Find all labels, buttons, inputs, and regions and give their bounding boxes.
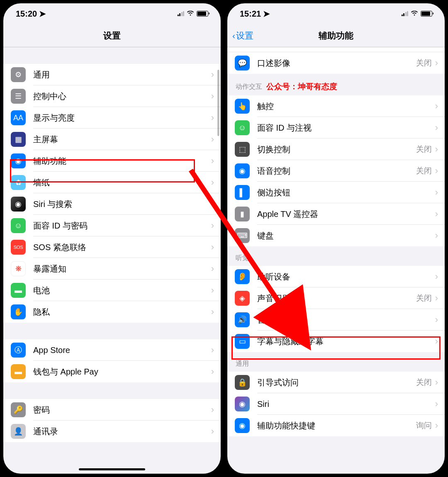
accessibility-list-2: 👂助听设备›◈声音识别关闭›🔊音频/视觉›▭字幕与隐藏式字幕› (227, 266, 445, 352)
passwords-icon: 🔑 (11, 402, 26, 417)
row-shortcut[interactable]: ◉辅助功能快捷键询问› (227, 415, 445, 436)
left-phone-settings: 15:20 ➤ 设置 ⚙通用›☰控制中心›AA显示与亮度›▦主屏幕›◉辅助功能›… (2, 2, 222, 475)
nav-title: 设置 (103, 30, 121, 41)
row-label: 密码 (33, 404, 211, 416)
row-wallpaper[interactable]: ✿墙纸› (3, 172, 221, 193)
apple-tv-icon: ▮ (235, 207, 250, 221)
accessibility-list-1: 👆触控›☺面容 ID 与注视›⬚切换控制关闭›◉语音控制关闭›▌侧边按钮›▮Ap… (227, 95, 445, 246)
row-keyboard[interactable]: ⌨键盘› (227, 225, 445, 246)
appstore-icon: Ⓐ (11, 343, 26, 358)
row-contacts[interactable]: 👤通讯录› (3, 421, 221, 442)
home-indicator[interactable] (79, 468, 145, 470)
subtitles-icon: ▭ (235, 334, 250, 349)
row-faceid[interactable]: ☺面容 ID 与密码› (3, 215, 221, 236)
row-hearing[interactable]: 👂助听设备› (227, 266, 445, 287)
face-attention-icon: ☺ (235, 120, 250, 135)
row-voice-control[interactable]: ◉语音控制关闭› (227, 160, 445, 182)
chevron-right-icon: › (435, 187, 438, 198)
row-subtitles[interactable]: ▭字幕与隐藏式字幕› (227, 331, 445, 352)
chevron-right-icon: › (211, 69, 214, 80)
row-label: Siri 与搜索 (33, 199, 211, 210)
row-home[interactable]: ▦主屏幕› (3, 129, 221, 150)
home-icon: ▦ (11, 132, 26, 147)
row-apple-tv[interactable]: ▮Apple TV 遥控器› (227, 203, 445, 225)
touch-icon: 👆 (235, 99, 250, 114)
back-button[interactable]: ‹ 设置 (232, 30, 253, 41)
row-passwords[interactable]: 🔑密码› (3, 399, 221, 421)
chevron-right-icon: › (435, 144, 438, 155)
chevron-right-icon: › (211, 91, 214, 102)
battery-icon: ▬ (11, 283, 26, 298)
section-header-hearing: 听觉 (227, 246, 445, 266)
row-label: Siri (257, 399, 435, 409)
row-sound-rec[interactable]: ◈声音识别关闭› (227, 287, 445, 309)
hearing-icon: 👂 (235, 269, 250, 284)
chevron-right-icon: › (435, 377, 438, 388)
row-appstore[interactable]: ⒶApp Store› (3, 339, 221, 361)
sos-icon: SOS (11, 240, 26, 255)
row-audio-desc[interactable]: 💬口述影像关闭› (227, 52, 445, 74)
row-label: 面容 ID 与注视 (257, 122, 435, 134)
row-value: 关闭 (416, 144, 432, 155)
row-sos[interactable]: SOSSOS 紧急联络› (3, 236, 221, 258)
row-label: 控制中心 (33, 91, 211, 102)
contacts-icon: 👤 (11, 424, 26, 439)
row-wallet[interactable]: ▬钱包与 Apple Pay› (3, 361, 221, 382)
row-label: 面容 ID 与密码 (33, 220, 211, 231)
row-control[interactable]: ☰控制中心› (3, 85, 221, 107)
wallpaper-icon: ✿ (11, 175, 26, 190)
location-icon: ➤ (39, 9, 46, 19)
display-icon: AA (11, 110, 26, 125)
back-label: 设置 (236, 30, 253, 41)
chevron-right-icon: › (435, 314, 438, 325)
row-siri[interactable]: ◉Siri 与搜索› (3, 193, 221, 215)
row-battery[interactable]: ▬电池› (3, 280, 221, 301)
chevron-right-icon: › (211, 112, 214, 123)
chevron-right-icon: › (211, 404, 214, 415)
row-switch-control[interactable]: ⬚切换控制关闭› (227, 139, 445, 160)
row-label: 引导式访问 (257, 377, 416, 388)
chevron-right-icon: › (211, 263, 214, 274)
row-label: 触控 (257, 101, 435, 112)
status-bar: 15:21 ➤ (227, 3, 445, 24)
row-audio-visual[interactable]: 🔊音频/视觉› (227, 309, 445, 331)
row-value: 关闭 (416, 58, 432, 68)
settings-list-2: ⒶApp Store›▬钱包与 Apple Pay› (3, 339, 221, 382)
wifi-icon (411, 11, 418, 17)
section-label: 动作交互 (236, 83, 262, 91)
control-icon: ☰ (11, 89, 26, 104)
switch-control-icon: ⬚ (235, 142, 250, 157)
row-guided[interactable]: 🔒引导式访问关闭› (227, 372, 445, 393)
row-face-attention[interactable]: ☺面容 ID 与注视› (227, 117, 445, 139)
chevron-right-icon: › (435, 336, 438, 347)
chevron-right-icon: › (435, 122, 438, 133)
wallet-icon: ▬ (11, 364, 26, 379)
row-exposure[interactable]: ❋暴露通知› (3, 258, 221, 280)
siri-icon: ◉ (11, 197, 26, 212)
row-value: 关闭 (416, 165, 432, 176)
row-privacy[interactable]: ✋隐私› (3, 301, 221, 323)
row-value: 询问 (416, 420, 432, 431)
status-icons (402, 11, 433, 17)
row-label: SOS 紧急联络 (33, 242, 211, 253)
row-touch[interactable]: 👆触控› (227, 95, 445, 117)
section-header-general: 通用 (227, 352, 445, 372)
row-general[interactable]: ⚙通用› (3, 64, 221, 85)
row-label: 钱包与 Apple Pay (33, 366, 211, 377)
scrollbar[interactable] (217, 70, 219, 136)
row-access[interactable]: ◉辅助功能› (3, 150, 221, 172)
chevron-right-icon: › (435, 209, 438, 219)
row-side-button[interactable]: ▌侧边按钮› (227, 182, 445, 203)
shortcut-icon: ◉ (235, 418, 250, 433)
audio-desc-icon: 💬 (235, 56, 250, 71)
partial-row-top (227, 47, 445, 52)
chevron-right-icon: › (211, 156, 214, 166)
row-label: 辅助功能快捷键 (257, 420, 416, 431)
settings-list-3: 🔑密码›👤通讯录› (3, 399, 221, 442)
signal-icon (178, 11, 185, 16)
row-label: 通用 (33, 69, 211, 80)
row-siri[interactable]: ◉Siri› (227, 393, 445, 415)
chevron-right-icon: › (211, 307, 214, 317)
row-label: 字幕与隐藏式字幕 (257, 336, 435, 347)
row-display[interactable]: AA显示与亮度› (3, 107, 221, 129)
